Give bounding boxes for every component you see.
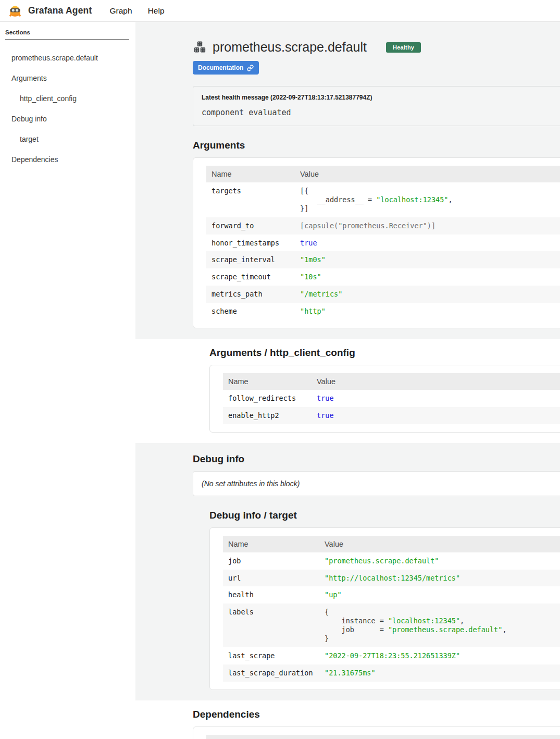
component-title-row: prometheus.scrape.default Healthy (193, 23, 560, 55)
dependencies-card: HealthIDHealthyprometheus.remote_write.p… (193, 726, 560, 739)
nav-link-graph[interactable]: Graph (110, 6, 132, 16)
table-row: job"prometheus.scrape.default" (223, 552, 560, 570)
table-row: url"http://localhost:12345/metrics" (223, 570, 560, 587)
sidebar-item-arguments[interactable]: Arguments (5, 74, 129, 82)
column-header: Name (223, 373, 312, 390)
table-row: health"up" (223, 586, 560, 603)
nav-link-help[interactable]: Help (148, 6, 165, 16)
table-row: scheme"http" (206, 303, 560, 320)
top-navbar: Grafana Agent GraphHelp (0, 0, 560, 22)
debug-info-heading: Debug info (193, 453, 560, 465)
table-row: follow_redirectstrue (223, 390, 560, 407)
health-message-text: component evaluated (202, 108, 557, 117)
section-debug-info: Debug info (No set attributes in this bl… (135, 443, 560, 700)
brand[interactable]: Grafana Agent (7, 3, 92, 19)
arguments-card: NameValuetargets[{ __address__ = "localh… (193, 157, 560, 328)
table-row: enable_http2true (223, 407, 560, 424)
dependencies-table: HealthIDHealthyprometheus.remote_write.p… (206, 735, 560, 739)
health-status-badge: Healthy (386, 42, 421, 53)
attribute-name: enable_http2 (223, 407, 312, 424)
brand-name: Grafana Agent (28, 5, 92, 16)
attribute-value: "http" (295, 303, 560, 320)
column-header: Name (223, 536, 319, 552)
attribute-value: { instance = "localhost:12345", job = "p… (319, 603, 560, 647)
column-header: Value (319, 536, 560, 552)
sidebar-item-http-client-config[interactable]: http_client_config (5, 94, 129, 103)
column-header: Value (312, 373, 560, 390)
attribute-value: "/metrics" (295, 286, 560, 303)
component-cubes-icon (193, 41, 207, 54)
http-client-config-card: NameValuefollow_redirectstrueenable_http… (209, 365, 560, 433)
table-row: scrape_timeout"10s" (206, 268, 560, 286)
http-client-config-heading: Arguments / http_client_config (209, 347, 560, 359)
main-nav: GraphHelp (110, 6, 165, 16)
table-row: honor_timestampstrue (206, 235, 560, 252)
link-icon (247, 65, 254, 71)
table-row: labels{ instance = "localhost:12345", jo… (223, 603, 560, 647)
attribute-value: "up" (319, 586, 560, 603)
http-client-config-table: NameValuefollow_redirectstrueenable_http… (223, 373, 560, 424)
sidebar-item-target[interactable]: target (5, 135, 129, 143)
health-message-label: Latest health message (2022-09-27T18:13:… (202, 94, 557, 101)
sidebar: Sections prometheus.scrape.defaultArgume… (0, 22, 135, 739)
section-dependencies: Dependencies HealthIDHealthyprometheus.r… (135, 700, 560, 739)
attribute-value: "21.31675ms" (319, 664, 560, 682)
arguments-heading: Arguments (193, 140, 560, 151)
attribute-value: "prometheus.scrape.default" (319, 552, 560, 570)
main-content: prometheus.scrape.default Healthy Docume… (135, 22, 560, 739)
attribute-name: labels (223, 603, 319, 647)
sidebar-item-debug-info[interactable]: Debug info (5, 115, 129, 123)
documentation-button[interactable]: Documentation (193, 61, 259, 75)
column-header: Health (206, 735, 274, 739)
table-row: forward_to[capsule("prometheus.Receiver"… (206, 217, 560, 235)
sidebar-items: prometheus.scrape.defaultArgumentshttp_c… (5, 54, 129, 164)
attribute-name: metrics_path (206, 286, 295, 303)
key-value-table: NameValuefollow_redirectstrueenable_http… (223, 373, 560, 424)
attribute-name: last_scrape_duration (223, 664, 319, 682)
debug-target-table: NameValuejob"prometheus.scrape.default"u… (223, 536, 560, 682)
column-header: ID (274, 735, 560, 739)
grafana-agent-logo-icon (7, 3, 23, 19)
sidebar-item-prometheus-scrape-default[interactable]: prometheus.scrape.default (5, 54, 129, 62)
attribute-value: true (312, 390, 560, 407)
arguments-table: NameValuetargets[{ __address__ = "localh… (206, 166, 560, 320)
column-header: Value (295, 166, 560, 182)
attribute-name: last_scrape (223, 647, 319, 664)
key-value-table: NameValuetargets[{ __address__ = "localh… (206, 166, 560, 320)
no-attributes-note: (No set attributes in this block) (193, 471, 560, 496)
attribute-value: "2022-09-27T18:23:55.212651339Z" (319, 647, 560, 664)
section-component-header: prometheus.scrape.default Healthy Docume… (135, 22, 560, 339)
attribute-value: "http://localhost:12345/metrics" (319, 570, 560, 587)
attribute-name: forward_to (206, 217, 295, 235)
key-value-table: HealthIDHealthyprometheus.remote_write.p… (206, 735, 560, 739)
attribute-value: true (312, 407, 560, 424)
sidebar-item-dependencies[interactable]: Dependencies (5, 155, 129, 164)
attribute-value: [capsule("prometheus.Receiver")] (295, 217, 560, 235)
table-row: last_scrape"2022-09-27T18:23:55.21265133… (223, 647, 560, 664)
attribute-name: honor_timestamps (206, 235, 295, 252)
attribute-name: targets (206, 182, 295, 217)
column-header: Name (206, 166, 295, 182)
table-row: targets[{ __address__ = "localhost:12345… (206, 182, 560, 217)
health-message-box: Latest health message (2022-09-27T18:13:… (193, 86, 560, 126)
sidebar-title: Sections (5, 29, 129, 35)
attribute-value: [{ __address__ = "localhost:12345", }] (295, 182, 560, 217)
table-row: metrics_path"/metrics" (206, 286, 560, 303)
debug-target-card: NameValuejob"prometheus.scrape.default"u… (209, 527, 560, 690)
attribute-name: follow_redirects (223, 390, 312, 407)
dependencies-heading: Dependencies (193, 709, 560, 720)
attribute-name: job (223, 552, 319, 570)
attribute-value: "10s" (295, 268, 560, 286)
page-title: prometheus.scrape.default (213, 40, 367, 55)
attribute-name: health (223, 586, 319, 603)
attribute-name: scrape_interval (206, 251, 295, 268)
sidebar-divider (5, 39, 129, 40)
debug-target-heading: Debug info / target (209, 510, 560, 521)
section-http-client-config: Arguments / http_client_config NameValue… (135, 339, 560, 443)
attribute-name: scheme (206, 303, 295, 320)
attribute-value: true (295, 235, 560, 252)
attribute-value: "1m0s" (295, 251, 560, 268)
attribute-name: url (223, 570, 319, 587)
key-value-table: NameValuejob"prometheus.scrape.default"u… (223, 536, 560, 682)
table-row: last_scrape_duration"21.31675ms" (223, 664, 560, 682)
